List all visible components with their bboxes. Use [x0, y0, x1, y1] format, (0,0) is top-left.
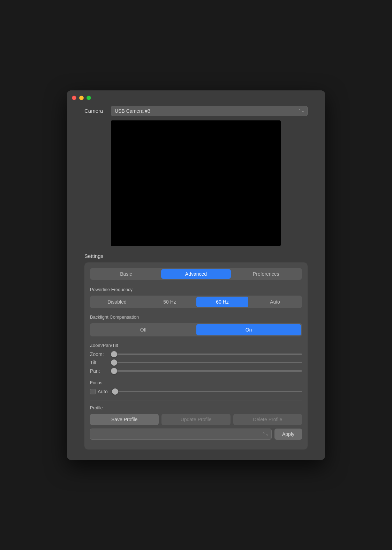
tab-advanced[interactable]: Advanced — [161, 269, 231, 279]
save-profile-button[interactable]: Save Profile — [90, 414, 159, 425]
profile-dropdown[interactable] — [90, 429, 272, 440]
camera-select-wrapper: USB Camera #3 USB Camera #1 USB Camera #… — [111, 106, 308, 116]
minimize-button[interactable] — [79, 96, 84, 100]
profile-dropdown-wrapper: ⌃⌄ — [90, 429, 272, 440]
focus-title: Focus — [90, 380, 302, 385]
focus-auto-label: Auto — [98, 389, 108, 394]
tilt-slider-track[interactable] — [111, 362, 302, 363]
focus-row: Auto — [90, 389, 302, 394]
backlight-compensation-title: Backlight Compensation — [90, 314, 302, 320]
apply-button[interactable]: Apply — [274, 429, 302, 440]
camera-select[interactable]: USB Camera #3 USB Camera #1 USB Camera #… — [111, 106, 308, 116]
maximize-button[interactable] — [86, 96, 91, 100]
zoom-pan-tilt-title: Zoom/Pan/Tilt — [90, 343, 302, 348]
profile-title: Profile — [90, 405, 302, 410]
focus-section: Focus Auto — [90, 380, 302, 394]
tilt-slider-thumb[interactable] — [111, 359, 117, 366]
powerline-frequency-title: Powerline Frequency — [90, 287, 302, 292]
pan-label: Pan: — [90, 368, 107, 374]
powerline-frequency-control: Disabled 50 Hz 60 Hz Auto — [90, 296, 302, 308]
focus-slider-track[interactable] — [112, 391, 302, 392]
delete-profile-button[interactable]: Delete Profile — [233, 414, 302, 425]
pan-slider-thumb[interactable] — [111, 368, 117, 374]
seg-auto[interactable]: Auto — [249, 297, 301, 307]
tab-basic[interactable]: Basic — [91, 269, 161, 279]
profile-section: Profile Save Profile Update Profile Dele… — [90, 405, 302, 440]
tilt-label: Tilt: — [90, 360, 107, 365]
close-button[interactable] — [72, 96, 76, 100]
zoom-row: Zoom: — [90, 351, 302, 357]
tab-preferences[interactable]: Preferences — [231, 269, 301, 279]
seg-on[interactable]: On — [196, 324, 301, 335]
tab-bar: Basic Advanced Preferences — [90, 268, 302, 280]
focus-slider-thumb[interactable] — [112, 388, 118, 395]
backlight-compensation-control: Off On — [90, 323, 302, 336]
camera-label: Camera — [84, 108, 105, 114]
seg-off[interactable]: Off — [91, 324, 196, 335]
main-window: Camera USB Camera #3 USB Camera #1 USB C… — [67, 90, 325, 460]
focus-auto-checkbox[interactable] — [90, 389, 96, 394]
seg-disabled[interactable]: Disabled — [91, 297, 143, 307]
camera-row: Camera USB Camera #3 USB Camera #1 USB C… — [84, 106, 308, 116]
pan-slider-track[interactable] — [111, 370, 302, 372]
update-profile-button[interactable]: Update Profile — [161, 414, 230, 425]
section-divider — [90, 401, 302, 401]
video-preview — [111, 120, 281, 246]
pan-row: Pan: — [90, 368, 302, 374]
window-content: Camera USB Camera #3 USB Camera #1 USB C… — [67, 106, 325, 460]
zoom-label: Zoom: — [90, 351, 107, 357]
zoom-slider-track[interactable] — [111, 354, 302, 355]
focus-auto-wrapper: Auto — [90, 389, 108, 394]
profile-bottom: ⌃⌄ Apply — [90, 429, 302, 440]
seg-50hz[interactable]: 50 Hz — [144, 297, 196, 307]
settings-panel: Basic Advanced Preferences Powerline Fre… — [84, 262, 308, 449]
zoom-slider-thumb[interactable] — [111, 351, 117, 357]
settings-label: Settings — [84, 253, 308, 259]
tilt-row: Tilt: — [90, 360, 302, 365]
profile-buttons: Save Profile Update Profile Delete Profi… — [90, 414, 302, 425]
titlebar — [67, 90, 325, 106]
seg-60hz[interactable]: 60 Hz — [196, 297, 248, 307]
zoom-pan-tilt-section: Zoom/Pan/Tilt Zoom: Tilt: Pan: — [90, 343, 302, 374]
